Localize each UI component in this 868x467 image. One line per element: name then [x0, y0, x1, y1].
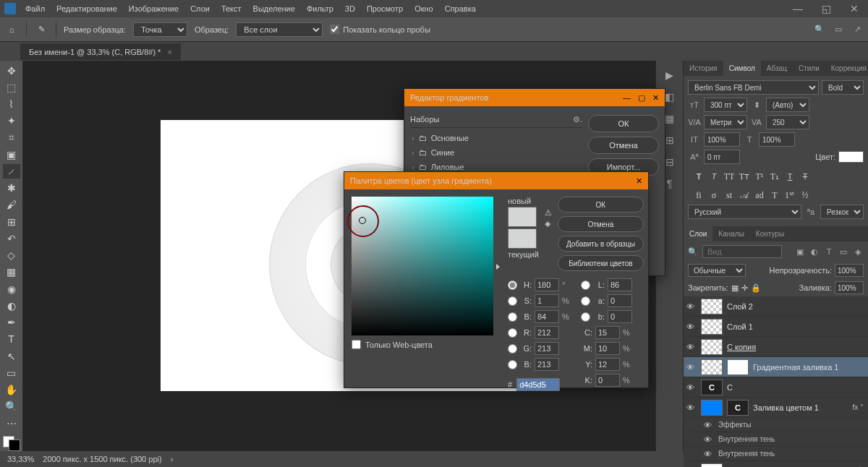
- filter-pixel-icon[interactable]: ▣: [794, 246, 806, 257]
- gear-icon[interactable]: ⚙.: [573, 115, 582, 124]
- layer-item[interactable]: 👁CС: [684, 377, 868, 398]
- red-input[interactable]: [535, 326, 559, 339]
- sat-input[interactable]: [535, 294, 559, 307]
- layer-item[interactable]: 👁Слой 2: [684, 296, 868, 317]
- tool-stamp[interactable]: ⊞: [3, 215, 20, 228]
- play-icon[interactable]: ▶: [660, 67, 680, 84]
- tool-more[interactable]: ⋯: [3, 416, 20, 430]
- close-tab-icon[interactable]: ×: [167, 48, 171, 56]
- tab-channels[interactable]: Каналы: [712, 226, 750, 241]
- menu-type[interactable]: Текст: [216, 2, 247, 15]
- blend-mode-select[interactable]: Обычные: [688, 264, 746, 277]
- tool-shape[interactable]: ▭: [3, 366, 20, 380]
- layer-item-selected[interactable]: 👁Градиентная заливка 1: [684, 357, 868, 377]
- tab-paths[interactable]: Контуры: [750, 226, 790, 241]
- k-input[interactable]: [595, 374, 620, 387]
- tool-gradient[interactable]: ▦: [3, 265, 20, 279]
- layer-effects[interactable]: 👁Эффекты: [684, 418, 868, 432]
- home-icon[interactable]: ⌂: [4, 22, 19, 37]
- color-libraries-button[interactable]: Библиотеки цветов: [558, 255, 644, 271]
- gradient-editor-titlebar[interactable]: Редактор градиентов — ▢ ✕: [404, 89, 665, 106]
- tool-eyedropper[interactable]: ⟋: [3, 164, 20, 178]
- a-radio[interactable]: [581, 296, 590, 306]
- dialog-minimize-icon[interactable]: —: [623, 93, 631, 103]
- tool-wand[interactable]: ✦: [3, 114, 20, 128]
- tool-type[interactable]: T: [3, 333, 20, 346]
- tool-lasso[interactable]: ⌇: [3, 97, 20, 111]
- sat-radio[interactable]: [508, 296, 517, 306]
- superscript-button[interactable]: T¹: [753, 170, 766, 183]
- visibility-icon[interactable]: 👁: [686, 302, 697, 311]
- ligature-fi-button[interactable]: fi: [692, 189, 705, 202]
- filter-type-icon[interactable]: T: [823, 246, 835, 257]
- b-input[interactable]: [608, 310, 632, 323]
- gradient-folder[interactable]: ›🗀Основные: [410, 131, 582, 145]
- layer-item[interactable]: 👁Слой 1: [684, 317, 868, 337]
- text-color-swatch[interactable]: [838, 151, 864, 163]
- visibility-icon[interactable]: 👁: [704, 421, 714, 429]
- sample-size-select[interactable]: Точка: [133, 22, 187, 37]
- doc-info[interactable]: 2000 пикс. x 1500 пикс. (300 ppi): [43, 455, 161, 463]
- gradient-folder[interactable]: ›🗀Синие: [410, 145, 582, 160]
- fractions-button[interactable]: 1ˢᵗ: [783, 189, 796, 202]
- visibility-icon[interactable]: 👁: [686, 322, 697, 331]
- red-radio[interactable]: [508, 328, 517, 338]
- info-arrow-icon[interactable]: ›: [171, 455, 174, 463]
- a-input[interactable]: [608, 294, 632, 307]
- filter-shape-icon[interactable]: ▭: [838, 246, 849, 257]
- tool-move[interactable]: ✥: [3, 64, 20, 77]
- tool-frame[interactable]: ▣: [3, 147, 20, 161]
- tool-hand[interactable]: ✋: [3, 382, 20, 396]
- allcaps-button[interactable]: TT: [723, 170, 736, 183]
- filter-adjust-icon[interactable]: ◐: [809, 246, 820, 257]
- tool-blur[interactable]: ◉: [3, 282, 20, 296]
- zoom-level[interactable]: 33,33%: [7, 455, 34, 463]
- window-close-icon[interactable]: ✕: [845, 1, 864, 17]
- tool-brush[interactable]: 🖌: [3, 198, 20, 212]
- menu-layer[interactable]: Слои: [185, 2, 215, 15]
- font-size-select[interactable]: 300 пт: [704, 98, 747, 112]
- visibility-icon[interactable]: 👁: [686, 343, 697, 351]
- tab-adjustments[interactable]: Коррекция: [825, 61, 868, 76]
- ligature-st-button[interactable]: st: [723, 189, 736, 202]
- green-input[interactable]: [535, 342, 559, 355]
- menu-file[interactable]: Файл: [20, 2, 50, 15]
- vscale-input[interactable]: [704, 132, 740, 147]
- dialog-close-icon[interactable]: ✕: [636, 176, 642, 186]
- visibility-icon[interactable]: 👁: [686, 383, 697, 392]
- cube-icon[interactable]: ◈: [545, 219, 552, 228]
- visibility-icon[interactable]: 👁: [704, 435, 714, 444]
- tool-marquee[interactable]: ⬚: [3, 80, 20, 94]
- tab-layers[interactable]: Слои: [684, 226, 712, 241]
- hue-input[interactable]: [535, 278, 559, 291]
- tab-paragraph[interactable]: Абзац: [761, 61, 793, 76]
- layer-effect-item[interactable]: 👁Внутренняя тень: [684, 432, 868, 447]
- blue-input[interactable]: [535, 358, 559, 371]
- dialog-close-icon[interactable]: ✕: [652, 93, 659, 103]
- menu-filter[interactable]: Фильтр: [302, 2, 339, 15]
- warning-icon[interactable]: ⚠: [545, 208, 552, 218]
- color-marker[interactable]: [359, 217, 366, 224]
- bright-radio[interactable]: [508, 312, 517, 322]
- tracking-select[interactable]: 250: [766, 115, 809, 129]
- stylistic-button[interactable]: T: [768, 189, 781, 202]
- search-icon[interactable]: 🔍: [813, 23, 826, 36]
- m-input[interactable]: [595, 342, 620, 355]
- blue-radio[interactable]: [508, 360, 517, 369]
- cancel-button[interactable]: Отмена: [588, 137, 659, 154]
- window-minimize-icon[interactable]: —: [788, 1, 808, 17]
- color-picker-titlebar[interactable]: Палитра цветов (цвет узла градиента) ✕: [344, 172, 648, 189]
- tool-history[interactable]: ↶: [3, 231, 20, 245]
- strikethrough-button[interactable]: T: [799, 170, 812, 183]
- current-color-swatch[interactable]: [508, 228, 537, 249]
- italic-button[interactable]: T: [707, 170, 720, 183]
- font-weight-select[interactable]: Bold: [822, 80, 864, 95]
- language-select[interactable]: Русский: [688, 205, 801, 219]
- visibility-icon[interactable]: 👁: [686, 403, 697, 412]
- filter-smart-icon[interactable]: ◈: [852, 246, 864, 257]
- bright-input[interactable]: [535, 310, 559, 323]
- tool-eraser[interactable]: ◇: [3, 249, 20, 262]
- tool-path[interactable]: ↖: [3, 349, 20, 363]
- ordinal-button[interactable]: σ: [707, 189, 720, 202]
- bold-button[interactable]: T: [692, 170, 705, 183]
